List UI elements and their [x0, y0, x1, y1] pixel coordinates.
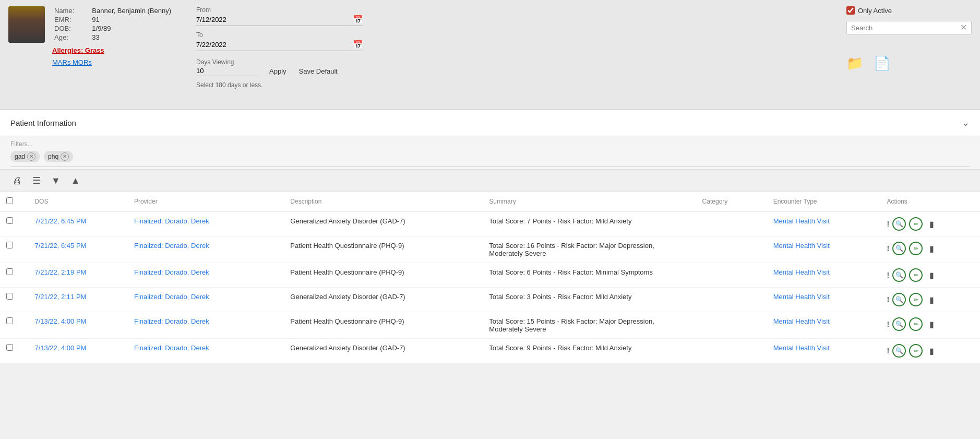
mars-mors-link[interactable]: MARs MORs — [52, 58, 173, 66]
action-edit-5[interactable]: ✏ — [909, 344, 923, 358]
row-provider-4: Finalized: Dorado, Derek — [128, 312, 284, 339]
allergies-link[interactable]: Allergies: Grass — [52, 46, 173, 54]
row-provider-3: Finalized: Dorado, Derek — [128, 288, 284, 312]
from-date-row: From 📅 — [196, 6, 395, 26]
encounter-link-0[interactable]: Mental Health Visit — [773, 217, 830, 225]
action-exclaim-3[interactable]: ! — [887, 295, 889, 304]
age-value: 33 — [76, 33, 173, 42]
row-description-3: Generalized Anxiety Disorder (GAD-7) — [284, 288, 483, 312]
action-doc-5[interactable]: ▮ — [926, 345, 937, 357]
row-dos-2: 7/21/22, 2:19 PM — [28, 263, 128, 288]
to-calendar-icon[interactable]: 📅 — [353, 40, 363, 50]
action-search-2[interactable]: 🔍 — [892, 268, 906, 282]
top-bar: Name: Banner, Benjamin (Benny) EMR: 91 D… — [0, 0, 980, 110]
filter-tag-gad-remove[interactable]: ✕ — [27, 152, 35, 161]
patient-info-chevron-icon[interactable]: ⌄ — [962, 117, 970, 128]
col-summary-header: Summary — [483, 192, 696, 211]
save-default-button[interactable]: Save Default — [297, 66, 340, 76]
row-actions-4: ! 🔍 ✏ ▮ — [880, 312, 980, 339]
filter-tag-gad-text: gad — [15, 153, 25, 160]
row-category-1 — [696, 236, 767, 263]
action-search-5[interactable]: 🔍 — [892, 344, 906, 358]
action-doc-3[interactable]: ▮ — [926, 294, 937, 305]
expand-button[interactable]: ▲ — [69, 174, 82, 187]
search-clear-icon[interactable]: ✕ — [960, 23, 967, 32]
provider-link-2[interactable]: Finalized: Dorado, Derek — [134, 268, 209, 276]
folder-icon[interactable]: 📁 — [846, 55, 863, 72]
to-date-input[interactable] — [196, 41, 353, 49]
row-checkbox-1[interactable] — [6, 242, 13, 248]
provider-link-0[interactable]: Finalized: Dorado, Derek — [134, 217, 209, 225]
emr-value: 91 — [76, 15, 173, 24]
action-search-0[interactable]: 🔍 — [892, 217, 906, 231]
action-exclaim-4[interactable]: ! — [887, 320, 889, 328]
row-encounter-2: Mental Health Visit — [767, 263, 881, 288]
action-edit-2[interactable]: ✏ — [909, 268, 923, 282]
apply-button[interactable]: Apply — [267, 66, 289, 76]
patient-info-section-title: Patient Information — [10, 118, 76, 127]
action-exclaim-0[interactable]: ! — [887, 220, 889, 228]
action-search-1[interactable]: 🔍 — [892, 242, 906, 255]
row-checkbox-cell — [0, 288, 28, 312]
row-dos-5: 7/13/22, 4:00 PM — [28, 339, 128, 363]
action-doc-2[interactable]: ▮ — [926, 269, 937, 281]
action-exclaim-5[interactable]: ! — [887, 347, 889, 355]
search-input[interactable] — [851, 24, 960, 32]
row-summary-2: Total Score: 6 Points - Risk Factor: Min… — [483, 263, 696, 288]
row-encounter-3: Mental Health Visit — [767, 288, 881, 312]
dob-value: 1/9/89 — [76, 24, 173, 33]
action-search-4[interactable]: 🔍 — [892, 317, 906, 331]
row-checkbox-2[interactable] — [6, 268, 13, 275]
from-calendar-icon[interactable]: 📅 — [353, 15, 363, 25]
action-search-3[interactable]: 🔍 — [892, 293, 906, 306]
action-edit-0[interactable]: ✏ — [909, 217, 923, 231]
row-checkbox-5[interactable] — [6, 344, 13, 351]
select-hint: Select 180 days or less. — [196, 81, 395, 89]
filters-section: Filters... gad ✕ phq ✕ — [0, 136, 980, 170]
encounter-link-3[interactable]: Mental Health Visit — [773, 293, 830, 301]
list-button[interactable]: ☰ — [30, 174, 43, 187]
to-input-wrap: 📅 — [196, 40, 363, 51]
collapse-button[interactable]: ▼ — [49, 174, 63, 187]
row-checkbox-0[interactable] — [6, 217, 13, 224]
right-controls: Only Active ✕ 📁 📄 — [846, 6, 972, 72]
only-active-checkbox[interactable] — [846, 6, 855, 15]
row-encounter-0: Mental Health Visit — [767, 211, 881, 236]
action-doc-1[interactable]: ▮ — [926, 243, 937, 254]
action-exclaim-2[interactable]: ! — [887, 271, 889, 279]
action-doc-4[interactable]: ▮ — [926, 318, 937, 330]
encounter-link-4[interactable]: Mental Health Visit — [773, 317, 830, 325]
provider-link-4[interactable]: Finalized: Dorado, Derek — [134, 317, 209, 325]
toolbar: 🖨 ☰ ▼ ▲ — [0, 170, 980, 192]
to-label: To — [196, 31, 395, 39]
print-button[interactable]: 🖨 — [10, 174, 24, 187]
encounter-link-1[interactable]: Mental Health Visit — [773, 242, 830, 250]
provider-link-5[interactable]: Finalized: Dorado, Derek — [134, 344, 209, 352]
table-row: 7/21/22, 2:19 PM Finalized: Dorado, Dere… — [0, 263, 980, 288]
table-row: 7/13/22, 4:00 PM Finalized: Dorado, Dere… — [0, 339, 980, 363]
filter-tag-gad: gad ✕ — [10, 151, 40, 162]
row-checkbox-4[interactable] — [6, 317, 13, 324]
row-checkbox-3[interactable] — [6, 293, 13, 300]
action-edit-3[interactable]: ✏ — [909, 293, 923, 306]
action-edit-4[interactable]: ✏ — [909, 317, 923, 331]
days-input[interactable] — [196, 67, 259, 76]
action-exclaim-1[interactable]: ! — [887, 244, 889, 253]
only-active-row: Only Active — [846, 6, 892, 15]
filter-tag-phq-remove[interactable]: ✕ — [61, 152, 69, 161]
provider-link-1[interactable]: Finalized: Dorado, Derek — [134, 242, 209, 250]
avatar — [8, 6, 45, 43]
action-doc-0[interactable]: ▮ — [926, 218, 937, 230]
row-provider-1: Finalized: Dorado, Derek — [128, 236, 284, 263]
patient-info-section: Patient Information ⌄ — [0, 110, 980, 136]
encounter-link-5[interactable]: Mental Health Visit — [773, 344, 830, 352]
encounter-link-2[interactable]: Mental Health Visit — [773, 268, 830, 276]
col-dos-header: DOS — [28, 192, 128, 211]
document-icon[interactable]: 📄 — [874, 55, 890, 72]
provider-link-3[interactable]: Finalized: Dorado, Derek — [134, 293, 209, 301]
from-date-input[interactable] — [196, 16, 353, 23]
action-edit-1[interactable]: ✏ — [909, 242, 923, 255]
select-all-checkbox[interactable] — [6, 197, 13, 204]
table-row: 7/21/22, 2:11 PM Finalized: Dorado, Dere… — [0, 288, 980, 312]
filter-tags: gad ✕ phq ✕ — [10, 151, 970, 167]
